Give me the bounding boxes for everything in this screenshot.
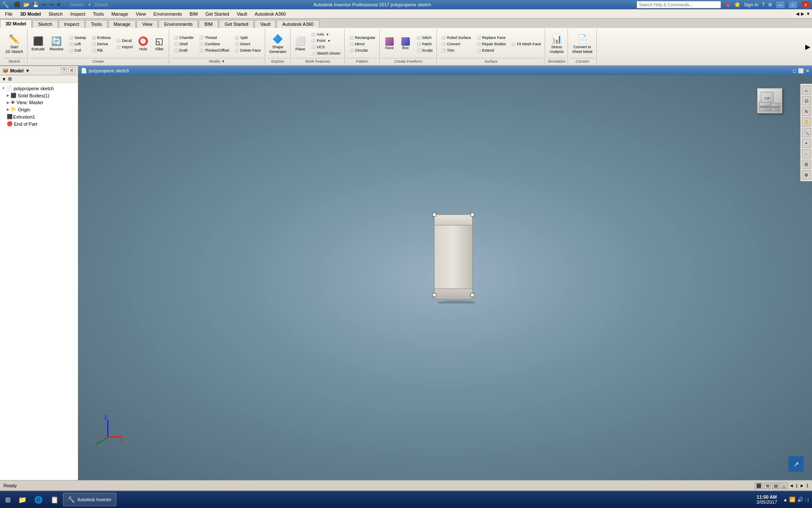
btn-draft[interactable]: ⬜Draft — [171, 47, 196, 53]
tab-tools[interactable]: Tools — [85, 20, 107, 28]
tab-bim[interactable]: BIM — [199, 20, 218, 28]
view-icon-1[interactable]: ⬛ — [754, 483, 763, 489]
ribbon-expand[interactable]: ▶ — [805, 29, 810, 64]
menu-environments[interactable]: Environments — [150, 11, 185, 17]
show-desktop[interactable]: | — [805, 497, 809, 502]
taskbar-inventor[interactable]: 🔧 Autodesk Inventor — [63, 493, 116, 506]
sidebar-close[interactable]: ✕ — [68, 67, 75, 74]
nav-arrow-right[interactable]: ▶ — [801, 11, 804, 16]
qa-open[interactable]: 📂 — [22, 1, 30, 8]
btn-extend[interactable]: ⬜Extend — [474, 47, 508, 53]
btn-deleteface[interactable]: ⬜Delete Face — [232, 47, 263, 53]
minimize-button[interactable]: — — [776, 1, 785, 8]
viewport-canvas[interactable]: TOP FRONT RIGHT — [78, 75, 812, 480]
btn-patch[interactable]: ⬜Patch — [414, 41, 435, 47]
btn-direct[interactable]: ⬜Direct — [232, 41, 263, 47]
taskbar-app3[interactable]: 📋 — [47, 493, 62, 506]
btn-import[interactable]: ⬜Import — [114, 44, 135, 50]
viewcube[interactable]: TOP FRONT RIGHT — [757, 88, 791, 122]
tool-zoom[interactable]: 🔍 — [802, 128, 811, 137]
tree-item-origin[interactable]: ▶ 📁 Origin — [0, 106, 78, 113]
favorites-icon[interactable]: ⭐ — [734, 2, 741, 8]
btn-fillet[interactable]: ◱ Fillet — [152, 32, 167, 56]
tree-expand-icon[interactable]: ⊞ — [8, 76, 12, 82]
viewport-close[interactable]: ✕ — [806, 68, 809, 74]
btn-derive[interactable]: ⬜Derive — [89, 41, 113, 47]
tree-filter-icon[interactable]: ▼ — [2, 77, 6, 82]
btn-replaceface[interactable]: ⬜Replace Face — [474, 35, 508, 41]
btn-rectangular[interactable]: ⬜Rectangular — [347, 35, 378, 41]
btn-loft[interactable]: ⬜Loft — [66, 41, 88, 47]
btn-trim[interactable]: ⬜Trim — [439, 47, 473, 53]
menu-view[interactable]: View — [132, 11, 149, 17]
viewport-restore[interactable]: ◻ — [793, 68, 796, 74]
search-commands[interactable] — [636, 1, 721, 8]
network-icon[interactable]: 📶 — [789, 497, 796, 502]
menu-sketch[interactable]: Sketch — [45, 11, 66, 17]
menu-getstarted[interactable]: Get Started — [202, 11, 233, 17]
viewport-expand[interactable]: ⬜ — [798, 68, 804, 74]
btn-thread[interactable]: ⬜Thread — [197, 35, 231, 41]
tab-vault[interactable]: Vault — [255, 20, 276, 28]
btn-fitmeshface[interactable]: ⬜Fit Mesh Face — [509, 41, 543, 47]
btn-sculpt[interactable]: ⬜Sculpt — [414, 47, 435, 53]
menu-3dmodel[interactable]: 3D Model — [17, 11, 44, 17]
btn-point[interactable]: ⬜Point▼ — [309, 38, 343, 44]
btn-sweep[interactable]: ⬜Sweep — [66, 35, 88, 41]
btn-circular[interactable]: ⬜Circular — [347, 47, 378, 53]
viewcube-box[interactable]: TOP FRONT RIGHT — [757, 88, 782, 113]
help-icon[interactable]: ? — [762, 2, 765, 8]
qa-redo[interactable]: ↪ — [48, 1, 54, 8]
tree-item-view[interactable]: ▶ 👁 View: Master — [0, 99, 78, 106]
btn-shapegenerator[interactable]: 🔷 ShapeGenerator — [267, 32, 289, 56]
tree-item-extrusion[interactable]: ⬛ Extrusion1 — [0, 113, 78, 120]
btn-face[interactable]: Face — [382, 32, 397, 56]
tool-zoom-in[interactable]: + — [802, 138, 811, 148]
menu-vault[interactable]: Vault — [233, 11, 250, 17]
btn-extrude[interactable]: ⬛ Extrude — [30, 32, 47, 56]
btn-thicken[interactable]: ⬜Thicken/Offset — [197, 47, 231, 53]
share-button[interactable]: ↗ — [788, 456, 804, 472]
btn-repairbodies[interactable]: ⬜Repair Bodies — [474, 41, 508, 47]
close-button[interactable]: ✕ — [801, 1, 810, 8]
page-nav-left[interactable]: ◄ — [789, 483, 794, 488]
btn-chamfer[interactable]: ⬜Chamfer — [171, 35, 196, 41]
menu-manage[interactable]: Manage — [108, 11, 132, 17]
tool-orbit[interactable]: ↻ — [802, 107, 811, 116]
tool-zoom-extent[interactable]: ⊡ — [802, 96, 811, 105]
btn-sketchdriven[interactable]: ⬜Sketch Driven — [309, 50, 343, 56]
btn-revolve[interactable]: 🔄 Revolve — [48, 32, 66, 56]
tool-display[interactable]: ☰ — [802, 160, 811, 169]
btn-box[interactable]: Box — [398, 32, 413, 56]
tab-3dmodel[interactable]: 3D Model — [0, 19, 32, 28]
btn-split[interactable]: ⬜Split — [232, 35, 263, 41]
tree-item-solid[interactable]: ▶ ⬛ Solid Bodies(1) — [0, 92, 78, 99]
tool-pan[interactable]: ✋ — [802, 117, 811, 127]
btn-stitch[interactable]: ⬜Stitch — [414, 35, 435, 41]
btn-start-sketch[interactable]: ✏️ Start2D Sketch — [3, 32, 25, 56]
btn-coil[interactable]: ⬜Coil — [66, 47, 88, 53]
tab-environments[interactable]: Environments — [159, 20, 198, 28]
sidebar-dropdown[interactable]: ▼ — [25, 68, 30, 73]
tab-getstarted[interactable]: Get Started — [219, 20, 254, 28]
taskbar-browser[interactable]: 🌐 — [31, 493, 46, 506]
tool-zoom-out[interactable]: - — [802, 149, 811, 158]
page-nav-right[interactable]: ► — [800, 483, 804, 488]
menu-tools[interactable]: Tools — [90, 11, 107, 17]
btn-rib[interactable]: ⬜Rib — [89, 47, 113, 53]
view-icon-4[interactable]: △ — [781, 483, 787, 489]
btn-convert[interactable]: ⬜Convert — [439, 41, 473, 47]
sidebar-help[interactable]: ? — [61, 67, 67, 74]
btn-converttosheetmetal[interactable]: 📄 Convert toSheet Metal — [570, 32, 595, 56]
volume-icon[interactable]: 🔊 — [797, 497, 804, 502]
btn-shell[interactable]: ⬜Shell — [171, 41, 196, 47]
tool-settings[interactable]: ⚙ — [802, 170, 811, 179]
qa-save[interactable]: 💾 — [32, 1, 40, 8]
tab-inspect[interactable]: Inspect — [59, 20, 85, 28]
tab-view[interactable]: View — [137, 20, 158, 28]
expand-icon[interactable]: ▼ — [806, 11, 810, 16]
tree-item-endofpart[interactable]: 🔴 End of Part — [0, 120, 78, 127]
btn-ruledsurface[interactable]: ⬜Ruled Surface — [439, 35, 473, 41]
btn-emboss[interactable]: ⬜Emboss — [89, 35, 113, 41]
btn-plane[interactable]: ⬜ Plane — [293, 32, 308, 56]
